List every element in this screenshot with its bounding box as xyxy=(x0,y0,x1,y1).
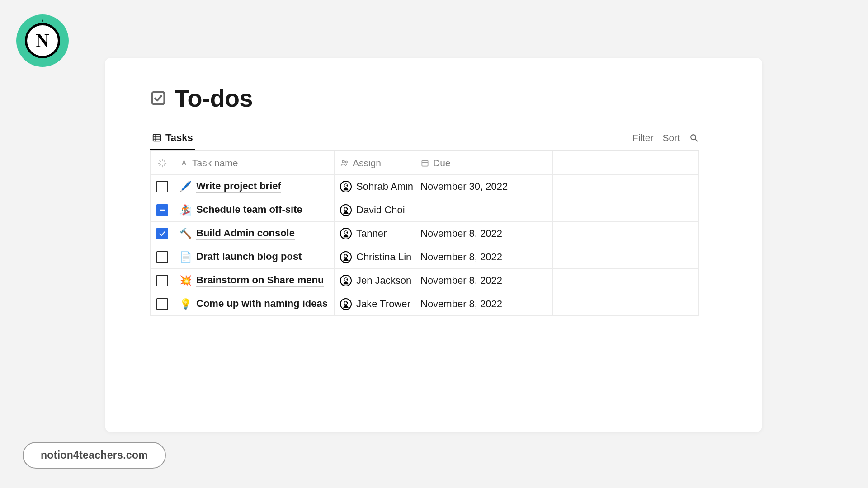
due-date: November 8, 2022 xyxy=(420,251,502,263)
extra-cell[interactable] xyxy=(553,245,699,269)
task-emoji-icon: 🏂 xyxy=(179,204,192,216)
task-emoji-icon: 💥 xyxy=(179,275,192,286)
column-due[interactable]: Due xyxy=(415,151,553,175)
table-row[interactable]: 💡Come up with naming ideasJake TrowerNov… xyxy=(151,292,699,316)
assignee-name: Jen Jackson xyxy=(356,275,411,286)
row-checkbox[interactable] xyxy=(156,204,168,216)
row-checkbox[interactable] xyxy=(156,275,168,286)
search-icon[interactable] xyxy=(689,133,699,143)
avatar xyxy=(340,181,352,192)
assign-cell[interactable]: Jen Jackson xyxy=(335,269,415,292)
svg-point-36 xyxy=(346,279,347,280)
brand-logo: N xyxy=(16,14,69,67)
table-row[interactable]: 💥Brainstorm on Share menuJen JacksonNove… xyxy=(151,269,699,292)
tab-tasks[interactable]: Tasks xyxy=(150,128,195,150)
task-emoji-icon: 🔨 xyxy=(179,228,192,239)
assign-cell[interactable]: David Choi xyxy=(335,198,415,222)
task-title: Build Admin console xyxy=(196,227,295,240)
column-extra[interactable] xyxy=(553,151,699,175)
view-toolbar: Tasks Filter Sort xyxy=(150,128,699,151)
due-cell[interactable]: November 8, 2022 xyxy=(415,269,553,292)
task-emoji-icon: 🖊️ xyxy=(179,181,192,192)
svg-rect-17 xyxy=(422,160,428,166)
svg-point-34 xyxy=(344,277,347,281)
task-cell[interactable]: 💥Brainstorm on Share menu xyxy=(174,269,335,292)
svg-point-15 xyxy=(342,160,344,163)
row-checkbox[interactable] xyxy=(156,251,168,263)
task-title: Brainstorm on Share menu xyxy=(196,274,324,287)
row-checkbox[interactable] xyxy=(156,228,168,239)
svg-line-13 xyxy=(160,164,160,165)
svg-point-26 xyxy=(345,208,346,209)
svg-line-14 xyxy=(164,160,165,161)
svg-point-27 xyxy=(346,208,347,209)
avatar xyxy=(340,251,352,263)
svg-line-6 xyxy=(695,139,698,141)
due-cell[interactable]: November 8, 2022 xyxy=(415,245,553,269)
table-row[interactable]: 🔨Build Admin consoleTannerNovember 8, 20… xyxy=(151,222,699,245)
extra-cell[interactable] xyxy=(553,222,699,245)
extra-cell[interactable] xyxy=(553,292,699,316)
page-title: To-dos xyxy=(175,84,253,112)
svg-point-22 xyxy=(345,185,346,186)
svg-line-12 xyxy=(164,164,165,165)
svg-point-37 xyxy=(344,301,347,304)
people-icon xyxy=(340,159,349,168)
due-cell[interactable]: November 8, 2022 xyxy=(415,222,553,245)
calendar-icon xyxy=(420,159,429,168)
svg-point-32 xyxy=(345,255,346,256)
row-checkbox[interactable] xyxy=(156,298,168,310)
svg-point-35 xyxy=(345,279,346,280)
task-cell[interactable]: 💡Come up with naming ideas xyxy=(174,292,335,316)
sort-button[interactable]: Sort xyxy=(662,132,680,143)
logo-letter: N xyxy=(36,30,49,52)
task-cell[interactable]: 🖊️Write project brief xyxy=(174,175,335,198)
row-checkbox[interactable] xyxy=(156,181,168,192)
svg-point-25 xyxy=(344,207,347,210)
extra-cell[interactable] xyxy=(553,269,699,292)
extra-cell[interactable] xyxy=(553,198,699,222)
tab-label: Tasks xyxy=(165,132,193,144)
task-cell[interactable]: 📄Draft launch blog post xyxy=(174,245,335,269)
filter-button[interactable]: Filter xyxy=(632,132,654,143)
assign-cell[interactable]: Tanner xyxy=(335,222,415,245)
svg-point-23 xyxy=(346,185,347,186)
tasks-table: Task name Assign xyxy=(150,151,699,316)
due-cell[interactable]: November 30, 2022 xyxy=(415,175,553,198)
task-title: Come up with naming ideas xyxy=(196,298,328,310)
task-cell[interactable]: 🔨Build Admin console xyxy=(174,222,335,245)
assignee-name: Sohrab Amin xyxy=(356,181,413,192)
svg-line-11 xyxy=(160,160,160,161)
site-badge: notion4teachers.com xyxy=(23,442,166,469)
table-icon xyxy=(152,133,162,143)
column-status[interactable] xyxy=(151,151,174,175)
svg-point-29 xyxy=(345,232,346,233)
task-cell[interactable]: 🏂Schedule team off-site xyxy=(174,198,335,222)
column-task-name[interactable]: Task name xyxy=(174,151,335,175)
extra-cell[interactable] xyxy=(553,175,699,198)
svg-point-33 xyxy=(346,255,347,256)
due-cell[interactable]: November 8, 2022 xyxy=(415,292,553,316)
table-row[interactable]: 🏂Schedule team off-siteDavid Choi xyxy=(151,198,699,222)
text-icon xyxy=(179,159,189,168)
assignee-name: Christina Lin xyxy=(356,251,411,263)
table-row[interactable]: 📄Draft launch blog postChristina LinNove… xyxy=(151,245,699,269)
main-card: To-dos Tasks Filter Sort xyxy=(105,58,762,432)
svg-point-28 xyxy=(344,230,347,234)
assignee-name: Tanner xyxy=(356,228,387,239)
column-assign[interactable]: Assign xyxy=(335,151,415,175)
avatar xyxy=(340,275,352,286)
task-title: Write project brief xyxy=(196,180,281,193)
assign-cell[interactable]: Christina Lin xyxy=(335,245,415,269)
task-emoji-icon: 📄 xyxy=(179,251,192,263)
due-date: November 8, 2022 xyxy=(420,228,502,239)
svg-rect-1 xyxy=(153,135,161,141)
task-title: Draft launch blog post xyxy=(196,251,302,263)
svg-point-21 xyxy=(344,183,347,187)
task-title: Schedule team off-site xyxy=(196,204,302,216)
assign-cell[interactable]: Sohrab Amin xyxy=(335,175,415,198)
due-date: November 8, 2022 xyxy=(420,298,502,310)
assign-cell[interactable]: Jake Trower xyxy=(335,292,415,316)
due-cell[interactable] xyxy=(415,198,553,222)
table-row[interactable]: 🖊️Write project briefSohrab AminNovember… xyxy=(151,175,699,198)
